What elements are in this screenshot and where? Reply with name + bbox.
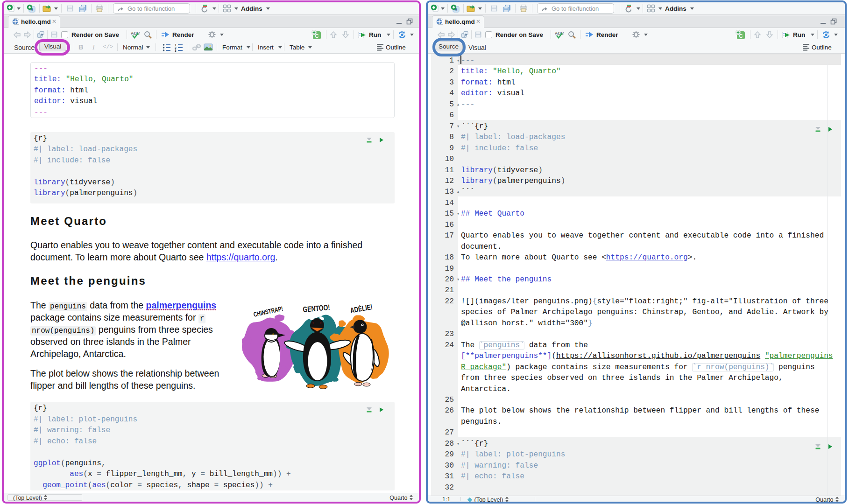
svg-text:ADÉLIE!: ADÉLIE! <box>349 302 373 315</box>
svg-text:GENTOO!: GENTOO! <box>303 303 330 314</box>
svg-text:ABC: ABC <box>131 31 140 35</box>
svg-text:3: 3 <box>175 49 177 52</box>
svg-text:ABC: ABC <box>555 31 564 35</box>
